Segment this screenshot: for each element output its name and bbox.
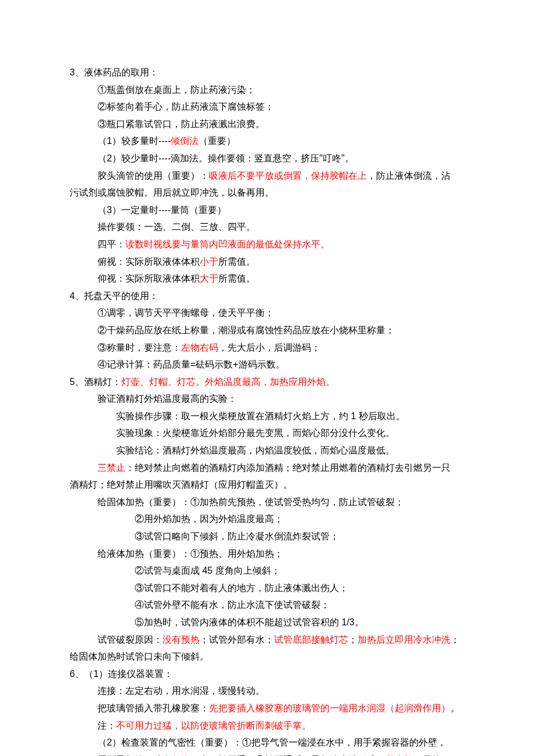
text-line: ④记录计算：药品质量=砝码示数+游码示数。 [70, 356, 464, 373]
document-page: 3、液体药品的取用： ①瓶盖倒放在桌面上，防止药液污染； ②标签向着手心，防止药… [0, 0, 534, 756]
text-line: 四平：读数时视线要与量筒内凹液面的最低处保持水平。 [70, 236, 464, 253]
text-line: 实验结论：酒精灯外焰温度最高，内焰温度较低，而焰心温度最低。 [70, 442, 464, 459]
text-line: ⑤加热时，试管内液体的体积不能超过试管容积的 1/3。 [70, 614, 464, 631]
section-3-heading: 3、液体药品的取用： [70, 64, 464, 81]
text-line: （1）较多量时----倾倒法（重要） [70, 132, 464, 150]
text-line: （2）检查装置的气密性（重要）：①把导气管一端浸在水中，用手紧握容器的外壁， [70, 734, 464, 751]
text-line: 污试剂或腐蚀胶帽。用后就立即冲洗，以备再用。 [70, 184, 464, 201]
text-line: 三禁止：绝对禁止向燃着的酒精灯内添加酒精；绝对禁止用燃着的酒精灯去引燃另一只 [70, 459, 464, 477]
text-line: 给固体加热（重要）：①加热前先预热，使试管受热均匀，防止试管破裂； [70, 494, 464, 511]
text-line: 连接：左定右动，用水润湿，缓慢转动。 [70, 682, 464, 700]
text-line: ②试管与桌面成 45 度角向上倾斜； [70, 562, 464, 579]
section-5-heading: 5、酒精灯：灯壶、灯帽、灯芯。外焰温度最高，加热应用外焰。 [70, 373, 464, 391]
text-line: 验证酒精灯外焰温度最高的实验： [70, 390, 464, 408]
text-line: 试管破裂原因：没有预热；试管外部有水；试管底部接触灯芯；加热后立即用冷水冲洗； [70, 631, 464, 649]
text-line: ②干燥药品应放在纸上称量，潮湿或有腐蚀性药品应放在小烧杯里称量； [70, 322, 464, 339]
text-line: 注：不可用力过猛，以防使玻璃管折断而刺破手掌。 [70, 717, 464, 735]
text-line: ③称量时，要注意：左物右码，先大后小，后调游码； [70, 339, 464, 357]
section-4-heading: 4、托盘天平的使用： [70, 287, 464, 305]
text-line: ②标签向着手心，防止药液流下腐蚀标签； [70, 98, 464, 116]
text-line: 给液体加热（重要）：①预热、用外焰加热； [70, 545, 464, 563]
text-line: 看到导气管口处有气泡冒出，松开手。②松开手后，导气管末端形成一段水柱，且较 [70, 751, 464, 756]
text-line: 实验操作步骤：取一根火柴梗放置在酒精灯火焰上方，约 1 秒后取出。 [70, 408, 464, 425]
text-line: 酒精灯；绝对禁止用嘴吹灭酒精灯（应用灯帽盖灭）。 [70, 476, 464, 494]
text-line: （3）一定量时----量筒（重要） [70, 201, 464, 219]
text-line: ①调零，调节天平平衡螺母，使天平平衡； [70, 304, 464, 322]
text-line: 胶头滴管的使用（重要）：吸液后不要平放或倒置，保持胶帽在上，防止液体倒流，沾 [70, 167, 464, 185]
text-line: ③试管口不能对着有人的地方，防止液体溅出伤人； [70, 579, 464, 597]
text-line: （2）较少量时----滴加法。操作要领：竖直悬空，挤压"叮咚"。 [70, 150, 464, 167]
text-line: ④试管外壁不能有水，防止水流下使试管破裂； [70, 596, 464, 614]
section-6-heading: 6、（1）连接仪器装置： [70, 665, 464, 683]
text-line: 俯视：实际所取液体体积小于所需值。 [70, 253, 464, 271]
text-line: 把玻璃管插入带孔橡胶塞：先把要插入橡胶塞的玻璃管的一端用水润湿（起润滑作用）。 [70, 700, 464, 717]
text-line: ③瓶口紧靠试管口，防止药液溅出浪费。 [70, 116, 464, 133]
text-line: 给固体加热时试管口未向下倾斜。 [70, 648, 464, 665]
text-line: ③试管口略向下倾斜，防止冷凝水倒流炸裂试管； [70, 528, 464, 545]
text-line: ①瓶盖倒放在桌面上，防止药液污染； [70, 81, 464, 99]
text-line: 仰视：实际所取液体体积大于所需值。 [70, 270, 464, 287]
text-line: 操作要领：一选、二倒、三放、四平。 [70, 218, 464, 236]
text-line: ②用外焰加热，因为外焰温度最高； [70, 510, 464, 528]
text-line: 实验现象：火柴梗靠近外焰部分最先变黑，而焰心部分没什么变化。 [70, 424, 464, 442]
